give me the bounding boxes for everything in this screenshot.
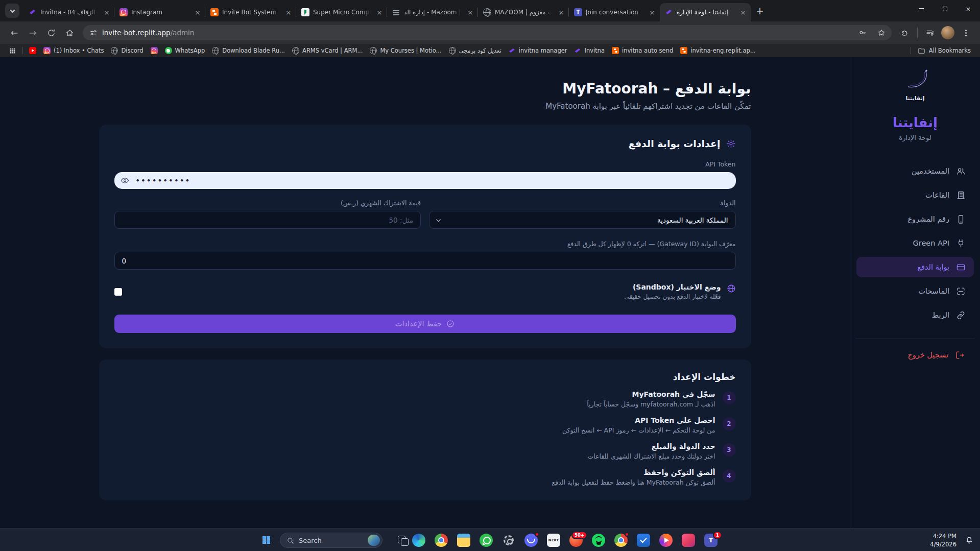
api-token-masked-value: •••••••••• bbox=[136, 177, 191, 184]
taskbar-search[interactable]: Search bbox=[280, 533, 383, 548]
bookmark-item[interactable]: (1) Inbox • Chats bbox=[40, 46, 107, 55]
bookmark-label: My Courses | Motio... bbox=[380, 47, 441, 54]
reload-button[interactable] bbox=[43, 25, 59, 41]
task-view-button[interactable] bbox=[397, 535, 408, 546]
tab-close-icon[interactable]: × bbox=[739, 8, 747, 16]
bookmark-item[interactable]: Invitna bbox=[571, 46, 609, 55]
taskbar-app-icon[interactable] bbox=[659, 533, 673, 548]
close-button[interactable]: × bbox=[957, 0, 980, 17]
taskbar-app-icon[interactable]: 50+ bbox=[569, 533, 583, 548]
bookmark-item[interactable]: WhatsApp bbox=[161, 46, 209, 55]
tab-favicon bbox=[210, 8, 219, 16]
taskbar-app-icon[interactable] bbox=[434, 533, 448, 548]
browser-menu-button[interactable] bbox=[958, 25, 974, 41]
step-title: حدد الدولة والمبلغ bbox=[587, 442, 715, 450]
step-number-badge: 4 bbox=[723, 469, 736, 483]
bookmark-label: Download Blade Ru... bbox=[222, 47, 285, 54]
address-bar[interactable]: invite-bot.replit.app/admin bbox=[83, 25, 892, 40]
api-token-input[interactable]: •••••••••• bbox=[114, 172, 736, 189]
sidebar-nav-item[interactable]: الماسحات bbox=[856, 281, 974, 301]
profile-avatar[interactable] bbox=[941, 26, 954, 39]
step-title: سجّل في MyFatoorah bbox=[587, 390, 715, 398]
media-controls-icon[interactable] bbox=[922, 25, 938, 41]
country-select[interactable]: المملكة العربية السعودية bbox=[429, 211, 736, 229]
new-tab-button[interactable]: + bbox=[753, 4, 767, 18]
bookmark-item[interactable]: Download Blade Ru... bbox=[208, 46, 289, 55]
search-highlight-thumbnail[interactable] bbox=[368, 535, 380, 546]
notification-badge: 50+ bbox=[571, 531, 587, 539]
taskbar-app-icon[interactable]: T 1 bbox=[704, 533, 718, 548]
bookmark-item[interactable]: invitna-eng.replit.ap... bbox=[677, 46, 759, 55]
taskbar-app-icons: NZXT 50+ bbox=[412, 533, 718, 548]
forward-button[interactable]: → bbox=[25, 25, 41, 41]
taskbar-app-icon[interactable]: NZXT bbox=[546, 533, 561, 548]
bookmark-item[interactable]: invitna auto send bbox=[608, 46, 677, 55]
back-button[interactable]: ← bbox=[6, 25, 22, 41]
tab-search-button[interactable] bbox=[5, 4, 19, 18]
browser-tab[interactable]: Invite Bot System - Replit × bbox=[205, 3, 296, 21]
extensions-icon[interactable] bbox=[897, 25, 913, 41]
tab-close-icon[interactable]: × bbox=[284, 8, 293, 16]
bookmark-item[interactable]: Discord bbox=[107, 46, 147, 55]
bookmarks-bar: (1) Inbox • Chats Discord WhatsApp Downl… bbox=[0, 44, 980, 57]
maximize-icon bbox=[943, 7, 947, 11]
taskbar-app-icon[interactable] bbox=[412, 533, 426, 548]
tab-close-icon[interactable]: × bbox=[194, 8, 202, 16]
taskbar-app-icon[interactable] bbox=[681, 533, 696, 548]
browser-tab[interactable]: Join conversation × bbox=[569, 3, 660, 21]
browser-tab[interactable]: إنفايتنا - لوحة الإدارة × bbox=[660, 3, 751, 21]
sidebar-nav-item[interactable]: بوابة الدفع bbox=[856, 257, 974, 277]
taskbar-app-icon[interactable] bbox=[479, 533, 493, 548]
sidebar-nav-item[interactable]: Green API bbox=[856, 233, 974, 253]
sidebar-nav-item[interactable]: القاعات bbox=[856, 185, 974, 205]
sidebar-nav-item[interactable]: الربط bbox=[856, 305, 974, 325]
password-key-icon[interactable] bbox=[855, 26, 870, 40]
sandbox-checkbox[interactable] bbox=[114, 288, 122, 296]
browser-tab[interactable]: Invitna - فيديو الزفاف 04 × bbox=[23, 3, 114, 21]
tab-close-icon[interactable]: × bbox=[557, 8, 565, 16]
bookmark-star-icon[interactable] bbox=[874, 26, 889, 40]
start-button[interactable] bbox=[259, 533, 273, 547]
logout-icon bbox=[955, 350, 965, 360]
minimize-button[interactable] bbox=[910, 0, 933, 17]
bookmark-item[interactable]: ARMS vCard | ARM... bbox=[289, 46, 366, 55]
app-icon bbox=[592, 534, 605, 547]
bookmark-item[interactable]: My Courses | Motio... bbox=[366, 46, 445, 55]
notification-bell-icon[interactable] bbox=[965, 535, 974, 544]
taskbar-app-icon[interactable] bbox=[614, 533, 628, 548]
taskbar-app-icon[interactable] bbox=[524, 533, 538, 548]
maximize-button[interactable] bbox=[933, 0, 957, 17]
taskbar-app-icon[interactable] bbox=[457, 533, 471, 548]
browser-tab[interactable]: Instagram × bbox=[114, 3, 205, 21]
sidebar-nav-item[interactable]: رقم المشروع bbox=[856, 209, 974, 229]
bookmark-item[interactable] bbox=[26, 46, 40, 55]
browser-tab[interactable]: Super Micro Computer, In × bbox=[296, 3, 387, 21]
site-info-icon[interactable] bbox=[89, 29, 98, 37]
tab-close-icon[interactable]: × bbox=[375, 8, 384, 16]
logout-button[interactable]: تسجيل خروج bbox=[850, 347, 980, 363]
tab-close-icon[interactable]: × bbox=[466, 8, 474, 16]
save-settings-button[interactable]: حفظ الإعدادات bbox=[114, 315, 736, 333]
amount-input[interactable] bbox=[114, 211, 421, 229]
apps-grid-icon[interactable] bbox=[5, 46, 20, 56]
taskbar-app-icon[interactable] bbox=[501, 533, 516, 548]
tab-favicon bbox=[119, 8, 128, 16]
bookmark-favicon bbox=[212, 47, 219, 54]
page-title: بوابة الدفع – MyFatoorah bbox=[99, 80, 751, 97]
browser-tab[interactable]: إدارة الد - Mazoom | معزوم × bbox=[387, 3, 478, 21]
gateway-id-input[interactable] bbox=[114, 252, 736, 270]
bookmark-item[interactable] bbox=[147, 46, 161, 55]
taskbar-app-icon[interactable] bbox=[636, 533, 651, 548]
tab-close-icon[interactable]: × bbox=[103, 8, 111, 16]
home-button[interactable] bbox=[61, 25, 78, 41]
browser-tab[interactable]: MAZOOM | دعوات معزوم × bbox=[478, 3, 569, 21]
bookmark-item[interactable]: invitna manager bbox=[505, 46, 571, 55]
tab-favicon bbox=[392, 8, 400, 16]
taskbar-clock[interactable]: 4:24 PM 4/9/2026 bbox=[930, 532, 957, 548]
all-bookmarks-button[interactable]: All Bookmarks bbox=[914, 46, 975, 56]
taskbar-app-icon[interactable] bbox=[591, 533, 606, 548]
eye-icon[interactable] bbox=[121, 176, 129, 185]
sidebar-nav-item[interactable]: المستخدمين bbox=[856, 161, 974, 181]
bookmark-item[interactable]: تعديل كود برمجي bbox=[445, 46, 505, 55]
tab-close-icon[interactable]: × bbox=[648, 8, 656, 16]
